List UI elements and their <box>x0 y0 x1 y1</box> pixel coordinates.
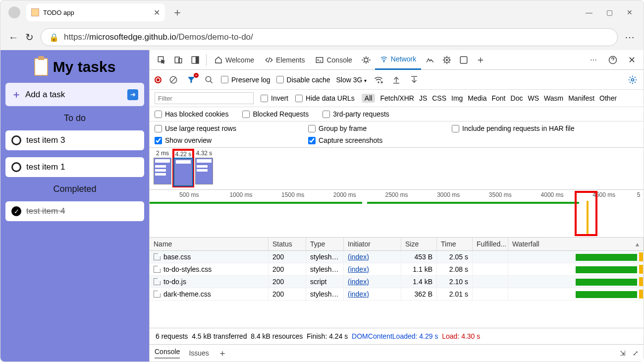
col-name[interactable]: Name <box>150 238 268 250</box>
export-har-icon[interactable] <box>408 74 420 86</box>
tab-welcome[interactable]: Welcome <box>210 50 259 70</box>
close-tab-icon[interactable]: ✕ <box>154 8 160 17</box>
dock-side-icon[interactable] <box>187 52 203 68</box>
radio-unchecked-icon[interactable] <box>11 135 21 145</box>
table-row[interactable]: base.css200styleshe...(index)453 B2.05 s <box>150 251 644 263</box>
help-icon[interactable] <box>605 52 621 68</box>
application-icon[interactable] <box>456 52 472 68</box>
third-party-checkbox[interactable]: 3rd-party requests <box>322 110 389 118</box>
search-icon[interactable] <box>203 74 215 86</box>
task-item-completed[interactable]: ✓ test item 4 <box>5 201 144 221</box>
back-button[interactable]: ← <box>8 32 18 43</box>
filmstrip-frame[interactable]: 4.32 s <box>195 150 213 184</box>
task-label: test item 4 <box>26 206 65 216</box>
inspect-element-icon[interactable] <box>154 52 169 68</box>
col-fulfilled[interactable]: Fulfilled... <box>473 238 508 250</box>
minimize-icon[interactable]: ― <box>586 8 592 16</box>
filter-doc[interactable]: Doc <box>511 94 523 102</box>
drawer-expand-icon[interactable]: ⤢ <box>633 349 639 357</box>
tab-console[interactable]: Console <box>311 50 357 70</box>
import-har-icon[interactable] <box>390 74 402 86</box>
memory-icon[interactable] <box>439 52 455 68</box>
filter-manifest[interactable]: Manifest <box>568 94 594 102</box>
filter-js[interactable]: JS <box>419 94 427 102</box>
col-time[interactable]: Time <box>437 238 473 250</box>
col-type[interactable]: Type <box>306 238 344 250</box>
filter-all[interactable]: All <box>362 94 376 103</box>
check-icon[interactable]: ✓ <box>11 206 21 216</box>
initiator-link[interactable]: (index) <box>348 278 369 286</box>
drawer-tab-console[interactable]: Console <box>155 348 180 359</box>
tab-network[interactable]: Network <box>375 50 421 70</box>
more-tools-icon[interactable]: ⋯ <box>586 52 602 68</box>
browser-tab[interactable]: TODO app ✕ <box>26 3 165 21</box>
col-status[interactable]: Status <box>268 238 306 250</box>
has-blocked-cookies-checkbox[interactable]: Has blocked cookies <box>155 110 228 118</box>
large-rows-checkbox[interactable]: Use large request rows <box>155 124 308 132</box>
capture-screenshots-checkbox[interactable]: Capture screenshots <box>308 136 452 144</box>
maximize-icon[interactable]: ▢ <box>606 8 613 16</box>
overview-timeline[interactable]: 500 ms 1000 ms 1500 ms 2000 ms 2500 ms 3… <box>150 190 644 238</box>
status-finish: Finish: 4.24 s <box>307 332 348 340</box>
filter-wasm[interactable]: Wasm <box>544 94 563 102</box>
filter-img[interactable]: Img <box>451 94 463 102</box>
add-tab-icon[interactable]: ＋ <box>473 52 488 68</box>
invert-checkbox[interactable]: Invert <box>261 94 288 102</box>
add-task-bar[interactable]: ＋ Add a task ➔ <box>5 83 144 106</box>
task-item[interactable]: test item 1 <box>5 157 144 177</box>
new-tab-button[interactable]: ＋ <box>172 5 183 20</box>
close-devtools-icon[interactable]: ✕ <box>624 52 640 68</box>
throttling-select[interactable]: Slow 3G ▾ <box>336 76 367 84</box>
col-initiator[interactable]: Initiator <box>344 238 401 250</box>
col-waterfall[interactable]: Waterfall ▴ <box>508 238 644 250</box>
filter-ws[interactable]: WS <box>528 94 539 102</box>
submit-task-icon[interactable]: ➔ <box>127 89 138 100</box>
record-button[interactable] <box>155 76 161 83</box>
filter-font[interactable]: Font <box>492 94 506 102</box>
debugger-icon[interactable] <box>358 52 374 68</box>
table-row[interactable]: to-do.js200script(index)1.4 kB2.10 s <box>150 276 644 288</box>
filmstrip-frame[interactable]: 2 ms <box>154 150 171 184</box>
more-menu-icon[interactable]: ⋯ <box>625 31 636 43</box>
initiator-link[interactable]: (index) <box>348 265 369 273</box>
filter-media[interactable]: Media <box>468 94 486 102</box>
drawer-tab-issues[interactable]: Issues <box>189 349 209 357</box>
performance-icon[interactable] <box>422 52 438 68</box>
filter-icon[interactable]: × <box>185 74 197 86</box>
group-by-frame-checkbox[interactable]: Group by frame <box>308 124 452 132</box>
blocked-requests-checkbox[interactable]: Blocked Requests <box>242 110 309 118</box>
filmstrip-frame-highlighted[interactable]: 4.22 s <box>173 150 193 186</box>
show-overview-checkbox[interactable]: Show overview <box>155 136 308 144</box>
close-window-icon[interactable]: ✕ <box>627 8 633 16</box>
filter-fetchxhr[interactable]: Fetch/XHR <box>380 94 414 102</box>
task-item[interactable]: test item 3 <box>5 130 144 150</box>
preserve-log-checkbox[interactable]: Preserve log <box>221 76 270 84</box>
col-size[interactable]: Size <box>401 238 437 250</box>
initiator-link[interactable]: (index) <box>348 290 369 298</box>
frame-time: 4.32 s <box>196 150 213 157</box>
drawer-dock-icon[interactable]: ⇲ <box>620 349 626 357</box>
profile-avatar[interactable] <box>8 6 20 18</box>
disable-cache-checkbox[interactable]: Disable cache <box>276 76 330 84</box>
file-icon <box>154 253 161 260</box>
initiator-link[interactable]: (index) <box>348 253 369 261</box>
cell-initiator: (index) <box>344 251 401 263</box>
include-pending-checkbox[interactable]: Include pending requests in HAR file <box>452 124 639 132</box>
url-bar[interactable]: 🔒 https://microsoftedge.github.io/Demos/… <box>41 28 618 46</box>
drawer-add-icon[interactable]: ＋ <box>218 347 227 359</box>
network-settings-icon[interactable] <box>627 74 639 86</box>
timeline-request-bar <box>150 202 362 204</box>
refresh-button[interactable]: ↻ <box>25 31 34 43</box>
svg-point-14 <box>378 82 379 83</box>
tab-elements[interactable]: Elements <box>260 50 310 70</box>
device-toolbar-icon[interactable] <box>170 52 186 68</box>
radio-unchecked-icon[interactable] <box>11 162 21 172</box>
table-row[interactable]: dark-theme.css200styleshe...(index)362 B… <box>150 288 644 301</box>
network-conditions-icon[interactable] <box>373 74 384 86</box>
filter-css[interactable]: CSS <box>432 94 446 102</box>
filter-other[interactable]: Other <box>599 94 617 102</box>
hide-data-urls-checkbox[interactable]: Hide data URLs <box>295 94 355 102</box>
filter-input[interactable] <box>155 92 254 104</box>
clear-icon[interactable] <box>167 74 179 86</box>
table-row[interactable]: to-do-styles.css200styleshe...(index)1.1… <box>150 263 644 276</box>
